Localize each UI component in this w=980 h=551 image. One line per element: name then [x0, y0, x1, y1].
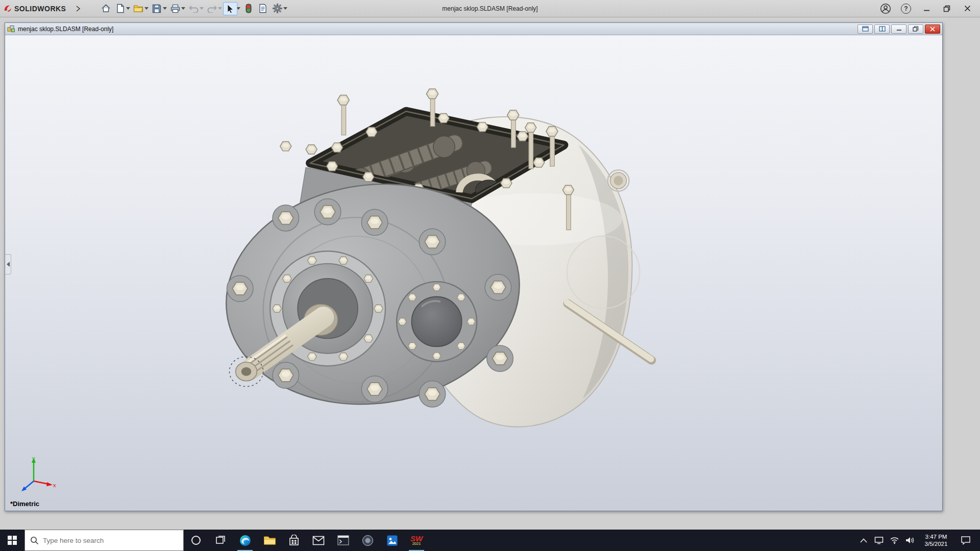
app-restore-button[interactable] [937, 2, 957, 16]
collapse-arrow-icon [7, 262, 10, 267]
print-icon [170, 4, 180, 13]
view-orientation-label: *Dimetric [10, 500, 39, 508]
undo-icon [189, 5, 199, 13]
select-arrow-icon [227, 4, 234, 13]
system-tray: 3:47 PM 3/5/2021 [856, 530, 980, 551]
app-titlebar: SOLIDWORKS [0, 0, 980, 17]
tray-network-button[interactable] [887, 530, 902, 551]
doc-minimize-button[interactable] [891, 24, 906, 34]
round-app-icon [362, 535, 374, 546]
terminal-icon [337, 535, 349, 545]
minimize-icon [923, 5, 930, 12]
triad-x-label: x [53, 482, 56, 488]
redo-button[interactable] [205, 2, 219, 15]
rebuild-stoplight-icon [246, 4, 252, 13]
search-icon [30, 536, 39, 545]
options-gear-icon [273, 4, 282, 13]
clock-time: 3:47 PM [919, 533, 953, 540]
expand-toolbar-arrow-icon[interactable] [71, 2, 85, 15]
redo-icon [207, 5, 217, 13]
taskbar-icon-blue-tile[interactable] [380, 530, 404, 551]
windows-taskbar: SW 2021 [0, 530, 980, 551]
taskbar-icon-store[interactable] [282, 530, 306, 551]
cortana-icon [190, 535, 202, 546]
taskbar-icon-file-explorer[interactable] [257, 530, 282, 551]
help-icon: ? [901, 4, 911, 14]
tray-volume-button[interactable] [902, 530, 917, 551]
options-button[interactable] [270, 2, 284, 15]
save-icon [152, 4, 161, 13]
doc-restore-icon [913, 26, 919, 32]
print-button[interactable] [168, 2, 182, 15]
close-icon [964, 5, 971, 12]
store-icon [288, 535, 300, 546]
home-icon [101, 4, 111, 13]
file-properties-button[interactable] [256, 2, 270, 15]
wifi-icon [890, 537, 899, 544]
hidden-icons-button[interactable] [856, 530, 871, 551]
account-icon [880, 3, 891, 14]
start-button[interactable] [0, 530, 24, 551]
doc-titlebar[interactable]: menjac sklop.SLDASM [Read-only] [5, 23, 942, 35]
triad-y-label: y [32, 455, 35, 461]
window-arrange-icon [862, 26, 869, 32]
task-view-button[interactable] [208, 530, 233, 551]
solidworks-version-badge: 2021 [412, 542, 421, 545]
doc-window-button-1[interactable] [857, 24, 873, 34]
featuremanager-collapse-tab[interactable] [5, 254, 11, 274]
file-properties-icon [259, 4, 267, 13]
save-button[interactable] [150, 2, 164, 15]
new-document-button[interactable] [113, 2, 127, 15]
search-input[interactable] [43, 537, 165, 544]
orientation-triad[interactable]: y x [16, 455, 57, 494]
assembly-document-icon [7, 25, 15, 33]
action-center-button[interactable] [955, 530, 976, 551]
clock-date: 3/5/2021 [919, 540, 953, 547]
restore-icon [943, 5, 950, 12]
open-folder-icon [133, 4, 143, 13]
brand-name: SOLIDWORKS [14, 5, 66, 13]
mail-icon [312, 536, 325, 545]
doc-close-button[interactable] [925, 24, 940, 34]
action-center-icon [961, 536, 971, 545]
windows-logo-icon [8, 536, 17, 545]
dassault-logo-icon [3, 4, 12, 13]
doc-restore-button[interactable] [908, 24, 923, 34]
graphics-viewport[interactable]: y x *Dimetric [5, 35, 942, 511]
taskbar-icon-solidworks[interactable]: SW 2021 [404, 530, 429, 551]
app-close-button[interactable] [958, 2, 977, 16]
edge-icon [239, 534, 252, 547]
tray-display-button[interactable] [871, 530, 887, 551]
solidworks-screen: SOLIDWORKS [0, 0, 980, 551]
task-view-icon [215, 535, 226, 546]
solidworks-brand: SOLIDWORKS [3, 4, 66, 13]
help-button[interactable]: ? [896, 2, 916, 16]
account-button[interactable] [876, 2, 895, 16]
output-bearing-cover[interactable] [397, 282, 477, 362]
taskbar-search[interactable] [24, 530, 184, 551]
select-tool-button[interactable] [223, 2, 237, 15]
taskbar-icon-mail[interactable] [306, 530, 331, 551]
open-button[interactable] [131, 2, 145, 15]
taskbar-icon-app-circle[interactable] [355, 530, 380, 551]
rebuild-button[interactable] [241, 2, 256, 15]
undo-button[interactable] [186, 2, 201, 15]
doc-close-icon [930, 27, 935, 32]
redo-dropdown-icon[interactable] [218, 7, 222, 10]
doc-title: menjac sklop.SLDASM [Read-only] [18, 26, 113, 33]
taskbar-clock[interactable]: 3:47 PM 3/5/2021 [917, 533, 955, 547]
taskbar-icon-terminal[interactable] [331, 530, 355, 551]
home-button[interactable] [99, 2, 113, 15]
app-minimize-button[interactable] [917, 2, 936, 16]
file-explorer-icon [263, 535, 276, 546]
taskbar-icon-edge[interactable] [233, 530, 257, 551]
undo-dropdown-icon[interactable] [200, 7, 204, 10]
document-window: menjac sklop.SLDASM [Read-only] [5, 22, 943, 511]
chevron-up-icon [860, 538, 867, 543]
gearbox-assembly-model[interactable] [5, 35, 942, 511]
window-split-icon [879, 26, 886, 32]
cortana-button[interactable] [184, 530, 208, 551]
doc-window-button-2[interactable] [874, 24, 890, 34]
display-icon [874, 536, 884, 544]
doc-minimize-icon [896, 27, 902, 31]
